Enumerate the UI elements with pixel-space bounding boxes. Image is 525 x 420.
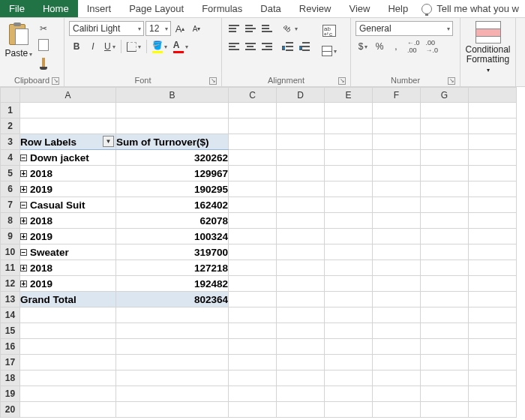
row-header-12[interactable]: 12 [1, 276, 20, 292]
row-header-4[interactable]: 4 [1, 150, 20, 166]
row-header-10[interactable]: 10 [1, 244, 20, 260]
align-left-button[interactable] [226, 39, 242, 54]
row-header-5[interactable]: 5 [1, 166, 20, 182]
row-header-15[interactable]: 15 [1, 323, 20, 339]
pivot-group-2[interactable]: −Sweater [20, 244, 116, 260]
row-header-3[interactable]: 3 [1, 134, 20, 150]
col-header-C[interactable]: C [229, 88, 277, 103]
pivot-group-1-year-0-value[interactable]: 62078 [116, 213, 229, 229]
row-header-19[interactable]: 19 [1, 386, 20, 402]
select-all-corner[interactable] [1, 88, 20, 103]
font-name-select[interactable]: Calibri Light [69, 21, 144, 36]
col-header-G[interactable]: G [421, 88, 469, 103]
col-header-D[interactable]: D [277, 88, 325, 103]
row-header-14[interactable]: 14 [1, 308, 20, 323]
tab-file[interactable]: File [0, 0, 34, 17]
pivot-group-1-total[interactable]: 162402 [116, 197, 229, 213]
row-header-18[interactable]: 18 [1, 370, 20, 386]
expand-icon[interactable]: + [20, 265, 27, 272]
row-header-8[interactable]: 8 [1, 213, 20, 229]
font-size-select[interactable]: 12 [146, 21, 171, 36]
comma-format-button[interactable]: , [388, 39, 404, 54]
collapse-icon[interactable]: − [20, 154, 27, 161]
accounting-format-button[interactable]: $ [356, 39, 370, 54]
pivot-group-1-year-1-value[interactable]: 100324 [116, 229, 229, 244]
pivot-grand-total-value[interactable]: 802364 [116, 292, 229, 308]
tell-me-search[interactable]: Tell me what you w [417, 0, 524, 17]
copy-button[interactable] [36, 38, 51, 52]
col-header-F[interactable]: F [373, 88, 421, 103]
conditional-formatting-button[interactable]: ConditionalFormatting ▾ [465, 21, 511, 75]
column-headers[interactable]: A B C D E F G [1, 88, 517, 103]
row-header-2[interactable]: 2 [1, 118, 20, 134]
pivot-group-0-total[interactable]: 320262 [116, 150, 229, 166]
align-top-button[interactable] [226, 21, 242, 36]
increase-indent-button[interactable] [297, 39, 312, 54]
expand-icon[interactable]: + [20, 186, 27, 193]
expand-icon[interactable]: + [20, 170, 27, 177]
decrease-font-button[interactable]: A▾ [189, 21, 204, 36]
number-format-select[interactable]: General [356, 21, 453, 36]
collapse-icon[interactable]: − [20, 202, 27, 208]
format-painter-button[interactable] [36, 54, 51, 69]
pivot-group-2-year-0[interactable]: +2018 [20, 260, 116, 276]
pivot-group-0-year-1[interactable]: +2019 [20, 182, 116, 197]
tab-data[interactable]: Data [251, 0, 290, 17]
align-bottom-button[interactable] [260, 21, 274, 36]
decrease-indent-button[interactable] [280, 39, 296, 54]
wrap-text-button[interactable] [320, 21, 339, 40]
decrease-decimal-button[interactable]: .00→.0 [424, 39, 441, 54]
pivot-group-0-year-1-value[interactable]: 190295 [116, 182, 229, 197]
row-header-17[interactable]: 17 [1, 355, 20, 370]
row-header-6[interactable]: 6 [1, 182, 20, 197]
fill-color-button[interactable]: 🪣 [150, 39, 170, 54]
pivot-group-1[interactable]: −Casual Suit [20, 197, 116, 213]
row-header-13[interactable]: 13 [1, 292, 20, 308]
align-right-button[interactable] [260, 39, 274, 54]
pivot-group-2-year-0-value[interactable]: 127218 [116, 260, 229, 276]
merge-center-button[interactable] [320, 44, 339, 58]
pivot-filter-button[interactable]: ▼ [103, 136, 114, 147]
italic-button[interactable]: I [86, 39, 100, 54]
increase-font-button[interactable]: A▴ [172, 21, 188, 36]
cut-button[interactable]: ✂ [36, 21, 51, 36]
pivot-group-2-total[interactable]: 319700 [116, 244, 229, 260]
increase-decimal-button[interactable]: ←.0.00 [405, 39, 422, 54]
tab-view[interactable]: View [340, 0, 379, 17]
row-header-7[interactable]: 7 [1, 197, 20, 213]
row-header-1[interactable]: 1 [1, 103, 20, 118]
pivot-group-1-year-1[interactable]: +2019 [20, 229, 116, 244]
number-launcher[interactable]: ↘ [448, 77, 455, 85]
expand-icon[interactable]: + [20, 280, 27, 287]
tab-page-layout[interactable]: Page Layout [120, 0, 193, 17]
row-header-9[interactable]: 9 [1, 229, 20, 244]
pivot-group-2-year-1[interactable]: +2019 [20, 276, 116, 292]
clipboard-launcher[interactable]: ↘ [52, 77, 59, 85]
tab-formulas[interactable]: Formulas [193, 0, 251, 17]
font-launcher[interactable]: ↘ [209, 77, 217, 85]
col-header-B[interactable]: B [116, 88, 229, 103]
alignment-launcher[interactable]: ↘ [338, 77, 346, 85]
col-header-E[interactable]: E [325, 88, 373, 103]
align-center-button[interactable] [243, 39, 258, 54]
pivot-grand-total-label[interactable]: Grand Total [20, 292, 116, 308]
percent-format-button[interactable]: % [372, 39, 387, 54]
expand-icon[interactable]: + [20, 218, 27, 224]
row-header-11[interactable]: 11 [1, 260, 20, 276]
tab-insert[interactable]: Insert [78, 0, 121, 17]
col-header-A[interactable]: A [20, 88, 116, 103]
pivot-group-0-year-0-value[interactable]: 129967 [116, 166, 229, 182]
align-middle-button[interactable] [243, 21, 258, 36]
pivot-group-2-year-1-value[interactable]: 192482 [116, 276, 229, 292]
bold-button[interactable]: B [69, 39, 84, 54]
pivot-group-0[interactable]: −Down jacket [20, 150, 116, 166]
pivot-group-1-year-0[interactable]: +2018 [20, 213, 116, 229]
tab-home[interactable]: Home [34, 0, 78, 17]
worksheet-grid[interactable]: A B C D E F G 123Row Labels▼Sum of Turno… [0, 87, 525, 418]
row-header-20[interactable]: 20 [1, 402, 20, 418]
font-color-button[interactable]: A [171, 39, 190, 54]
paste-button[interactable]: Paste [4, 21, 33, 58]
pivot-group-0-year-0[interactable]: +2018 [20, 166, 116, 182]
expand-icon[interactable]: + [20, 233, 27, 240]
pivot-row-labels-header[interactable]: Row Labels▼ [20, 134, 116, 150]
